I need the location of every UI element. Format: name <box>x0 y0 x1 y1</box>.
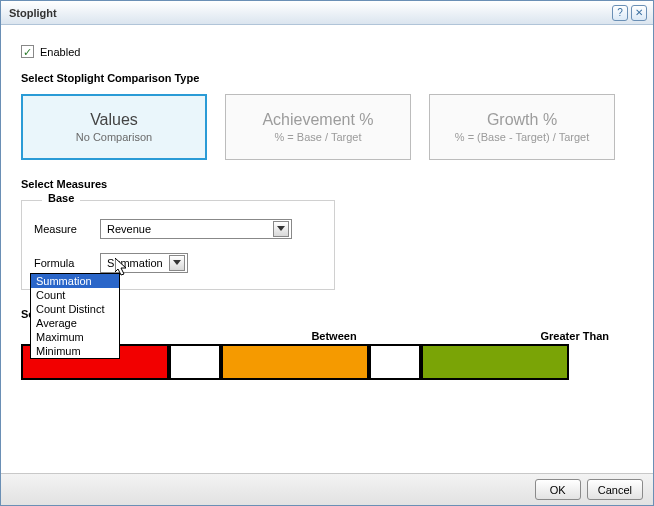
cancel-button[interactable]: Cancel <box>587 479 643 500</box>
threshold-between-label: Between <box>221 330 447 342</box>
formula-option-average[interactable]: Average <box>31 316 119 330</box>
measure-combo-button[interactable] <box>273 221 289 237</box>
threshold-swatch-between[interactable] <box>221 344 369 380</box>
chevron-down-icon <box>173 260 181 266</box>
close-button[interactable]: ✕ <box>631 5 647 21</box>
formula-option-count-distinct[interactable]: Count Distinct <box>31 302 119 316</box>
svg-marker-2 <box>115 258 126 275</box>
formula-option-minimum[interactable]: Minimum <box>31 344 119 358</box>
formula-row: Formula Summation Summation Count Count … <box>34 253 322 273</box>
measure-row: Measure Revenue <box>34 219 322 239</box>
card-achievement-title: Achievement % <box>262 111 373 129</box>
formula-option-summation[interactable]: Summation <box>31 274 119 288</box>
formula-combo-button[interactable] <box>169 255 185 271</box>
formula-dropdown[interactable]: Summation Count Count Distinct Average M… <box>30 273 120 359</box>
card-growth-title: Growth % <box>487 111 557 129</box>
card-values-sub: No Comparison <box>76 131 152 143</box>
mouse-cursor-icon <box>115 258 129 276</box>
measures-heading: Select Measures <box>21 178 633 190</box>
enabled-label: Enabled <box>40 46 80 58</box>
titlebar-buttons: ? ✕ <box>612 5 647 21</box>
formula-option-count[interactable]: Count <box>31 288 119 302</box>
chevron-down-icon <box>277 226 285 232</box>
svg-marker-1 <box>173 260 181 265</box>
card-growth-sub: % = (Base - Target) / Target <box>455 131 589 143</box>
measure-label: Measure <box>34 223 100 235</box>
footer: OK Cancel <box>1 473 653 505</box>
card-achievement[interactable]: Achievement % % = Base / Target <box>225 94 411 160</box>
comparison-cards: Values No Comparison Achievement % % = B… <box>21 94 633 160</box>
compare-heading: Select Stoplight Comparison Type <box>21 72 633 84</box>
threshold-swatch-greater[interactable] <box>421 344 569 380</box>
help-button[interactable]: ? <box>612 5 628 21</box>
threshold-greater-label: Greater Than <box>447 330 633 342</box>
card-growth[interactable]: Growth % % = (Base - Target) / Target <box>429 94 615 160</box>
titlebar: Stoplight ? ✕ <box>1 1 653 25</box>
formula-option-maximum[interactable]: Maximum <box>31 330 119 344</box>
svg-marker-0 <box>277 226 285 231</box>
window-title: Stoplight <box>9 7 57 19</box>
measure-box: Base Measure Revenue Formula Summation S… <box>21 200 335 290</box>
card-values-title: Values <box>90 111 138 129</box>
ok-button[interactable]: OK <box>535 479 581 500</box>
enabled-checkbox[interactable]: ✓ <box>21 45 34 58</box>
measure-legend: Base <box>42 192 80 204</box>
formula-label: Formula <box>34 257 100 269</box>
card-achievement-sub: % = Base / Target <box>275 131 362 143</box>
card-values[interactable]: Values No Comparison <box>21 94 207 160</box>
threshold-input-high[interactable] <box>369 344 421 380</box>
measure-value: Revenue <box>107 223 151 235</box>
threshold-input-low[interactable] <box>169 344 221 380</box>
measure-combo[interactable]: Revenue <box>100 219 292 239</box>
formula-combo[interactable]: Summation Summation Count Count Distinct… <box>100 253 188 273</box>
enabled-checkbox-row: ✓ Enabled <box>21 45 633 58</box>
